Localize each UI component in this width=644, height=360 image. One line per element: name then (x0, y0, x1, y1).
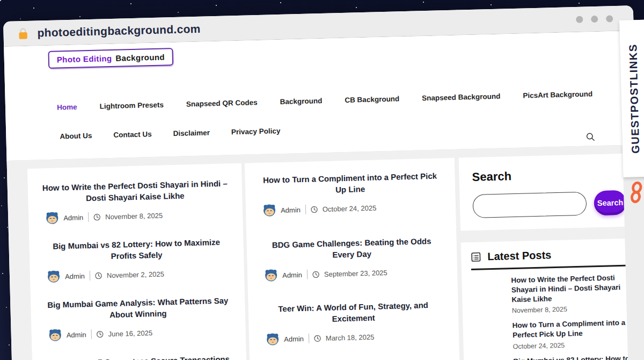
post-date: October 24, 2025 (323, 204, 377, 213)
latest-post-item: Big Mumbai vs 82 Lottery: How to Maximiz… (513, 354, 633, 360)
post-author[interactable]: Admin (282, 271, 302, 279)
nav-contact-us[interactable]: Contact Us (113, 130, 152, 139)
nav-home[interactable]: Home (57, 103, 77, 112)
post-item: How to Turn a Compliment into a Perfect … (253, 170, 447, 217)
post-date: June 16, 2025 (108, 329, 152, 338)
browser-window: photoeditingbackground.com Photo Editing… (3, 5, 643, 360)
search-icon[interactable] (586, 132, 596, 142)
post-meta: Admin March 18, 2025 (266, 328, 451, 346)
desktop-background: photoeditingbackground.com Photo Editing… (0, 0, 644, 360)
latest-post-title[interactable]: How to Write the Perfect Dosti Shayari i… (511, 272, 631, 305)
search-widget: Search Search (459, 153, 639, 231)
page-content: How to Write the Perfect Dosti Shayari i… (7, 145, 644, 360)
nav-snapseed-background[interactable]: Snapseed Background (422, 92, 501, 103)
post-title[interactable]: BDG Game Challenges: Beating the Odds Ev… (260, 235, 443, 262)
guestpostlinks-text[interactable]: GUESTPOSTLINKS (627, 44, 642, 154)
latest-post-item: How to Turn a Compliment into a Perfect … (512, 318, 632, 350)
nav-disclaimer[interactable]: Disclaimer (173, 128, 210, 138)
post-item: BDG Game Challenges: Beating the Odds Ev… (255, 235, 449, 282)
secondary-nav: About Us Contact Us Disclaimer Privacy P… (60, 127, 280, 140)
post-item: Teer Win: A World of Fun, Strategy, and … (257, 299, 450, 346)
post-item: How to Write the Perfect Dosti Shayari i… (36, 177, 235, 225)
post-meta: Admin November 8, 2025 (46, 207, 234, 225)
nav-lightroom-presets[interactable]: Lightroom Presets (99, 100, 164, 110)
latest-posts-widget: Latest Posts How to Write the Perfect Do… (461, 238, 643, 360)
post-author[interactable]: Admin (67, 330, 86, 339)
clock-icon (311, 206, 318, 213)
meta-divider (88, 212, 89, 222)
avatar (47, 270, 61, 283)
post-title[interactable]: How to Turn a Compliment into a Perfect … (259, 170, 441, 197)
post-meta: Admin June 16, 2025 (49, 324, 237, 342)
site-header: Photo Editing Background Home Lightroom … (4, 31, 636, 161)
primary-nav: Home Lightroom Presets Snapseed QR Codes… (57, 90, 593, 111)
avatar (266, 333, 280, 346)
logo-text-secondary: Background (115, 52, 165, 62)
post-item: Big Mumbai Game Analysis: What Patterns … (39, 294, 237, 342)
avatar (49, 328, 62, 342)
posts-column-left: How to Write the Perfect Dosti Shayari i… (27, 163, 249, 360)
nav-privacy-policy[interactable]: Privacy Policy (231, 127, 281, 136)
post-date: November 8, 2025 (105, 211, 163, 221)
star-decoration (0, 0, 1, 1)
search-input[interactable] (472, 192, 587, 218)
latest-post-title[interactable]: Big Mumbai vs 82 Lottery: How to Maximiz… (513, 354, 633, 360)
latest-posts-title: Latest Posts (487, 249, 551, 263)
nav-snapseed-qr-codes[interactable]: Snapseed QR Codes (186, 98, 258, 108)
meta-divider (90, 271, 90, 280)
latest-post-date: November 8, 2025 (512, 304, 631, 315)
search-button[interactable]: Search (594, 190, 627, 216)
post-title[interactable]: Big Mumbai Game Analysis: What Patterns … (45, 294, 231, 322)
guestpostlinks-link[interactable]: GUESTPOSTLINKS (619, 20, 644, 177)
post-author[interactable]: Admin (63, 213, 83, 222)
url-text: photoeditingbackground.com (37, 23, 201, 40)
post-date: November 2, 2025 (107, 270, 164, 279)
nav-cb-background[interactable]: CB Background (345, 95, 399, 104)
post-author[interactable]: Admin (284, 335, 304, 343)
meta-divider (91, 329, 91, 339)
window-dot-icon[interactable] (606, 15, 613, 22)
nav-picsart-background[interactable]: PicsArt Background (523, 90, 592, 99)
search-widget-title: Search (472, 167, 625, 184)
nav-background[interactable]: Background (280, 97, 322, 106)
post-title[interactable]: How to Write the Perfect Dosti Shayari i… (42, 178, 229, 205)
avatar (263, 204, 276, 217)
latest-post-title[interactable]: How to Turn a Compliment into a Perfect … (512, 318, 632, 341)
post-title[interactable]: Big Mumbai vs 82 Lottery: How to Maximiz… (43, 236, 230, 263)
meta-divider (305, 205, 306, 214)
clock-icon (93, 213, 100, 220)
clock-icon (314, 335, 321, 342)
sidebar: Search Search Latest Posts (459, 153, 643, 360)
clock-icon (95, 272, 102, 279)
post-title[interactable]: How Lottery 7 Guarantees Secure Transact… (46, 353, 233, 360)
avatar (46, 212, 59, 225)
avatar (265, 269, 278, 282)
list-icon (471, 252, 481, 262)
post-date: September 23, 2025 (324, 269, 387, 278)
post-author[interactable]: Admin (65, 272, 85, 280)
posts-column-middle: How to Turn a Compliment into a Perfect … (245, 158, 463, 360)
post-author[interactable]: Admin (281, 206, 301, 214)
meta-divider (309, 334, 309, 343)
post-meta: Admin October 24, 2025 (263, 199, 448, 217)
chain-link-icon (624, 181, 644, 204)
post-meta: Admin November 2, 2025 (47, 265, 236, 283)
site-logo[interactable]: Photo Editing Background (48, 48, 173, 69)
window-dot-icon[interactable] (591, 15, 598, 22)
clock-icon (312, 271, 319, 278)
post-item: How Lottery 7 Guarantees Secure Transact… (41, 353, 239, 360)
window-dot-icon[interactable] (576, 16, 583, 23)
window-controls (576, 15, 613, 23)
post-meta: Admin September 23, 2025 (265, 264, 449, 282)
post-date: March 18, 2025 (326, 333, 375, 342)
meta-divider (307, 270, 308, 279)
post-item: Big Mumbai vs 82 Lottery: How to Maximiz… (38, 236, 236, 283)
heading-underline (471, 265, 630, 270)
lock-icon (17, 26, 29, 40)
nav-about-us[interactable]: About Us (60, 132, 92, 141)
latest-post-item: How to Write the Perfect Dosti Shayari i… (511, 272, 631, 314)
latest-post-date: October 24, 2025 (513, 340, 632, 350)
clock-icon (96, 330, 103, 337)
post-title[interactable]: Teer Win: A World of Fun, Strategy, and … (262, 299, 444, 326)
logo-text-primary: Photo Editing (57, 54, 112, 64)
